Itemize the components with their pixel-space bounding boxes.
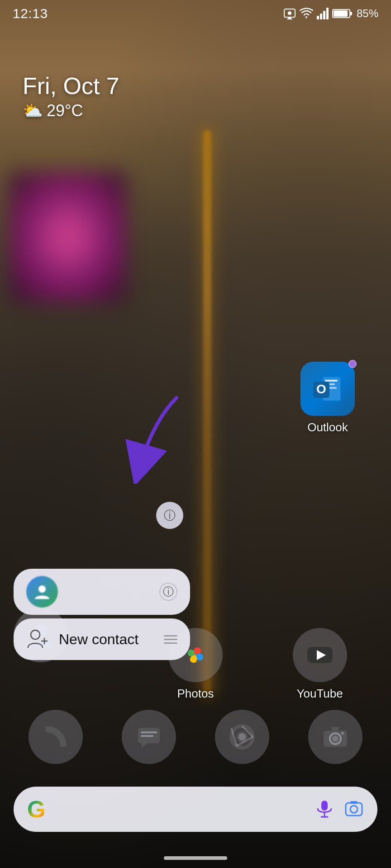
weather-icon: ⛅	[23, 101, 43, 120]
svg-rect-9	[350, 12, 352, 15]
svg-rect-43	[346, 803, 362, 816]
battery-icon	[332, 8, 353, 19]
photos-label: Photos	[177, 687, 214, 701]
lens-icon[interactable]	[344, 799, 364, 819]
search-bar[interactable]: G	[14, 787, 377, 832]
time-display: 12:13	[13, 6, 48, 21]
svg-rect-10	[334, 10, 348, 17]
phone-app[interactable]	[29, 710, 83, 764]
phone-icon	[41, 722, 70, 751]
svg-rect-3	[287, 19, 292, 19]
context-menu: ⓘ New contact	[14, 569, 190, 660]
app-info-popup: ⓘ	[14, 569, 190, 615]
microphone-icon[interactable]	[314, 799, 335, 820]
outlook-app[interactable]: O Outlook	[300, 362, 355, 434]
camera-icon	[321, 722, 350, 751]
blurred-widget	[9, 172, 127, 303]
new-contact-shortcut[interactable]: New contact	[14, 618, 190, 660]
chrome-app[interactable]	[215, 710, 269, 764]
date-display: Fri, Oct 7	[23, 72, 119, 99]
svg-point-44	[350, 806, 358, 813]
home-indicator	[164, 856, 227, 860]
weather-display: ⛅ 29°C	[23, 101, 119, 120]
google-g-logo: G	[27, 796, 45, 823]
drag-handle	[164, 635, 177, 644]
new-contact-label: New contact	[59, 631, 155, 648]
svg-rect-40	[321, 801, 328, 811]
svg-point-21	[31, 630, 40, 639]
info-circle-icon[interactable]: ⓘ	[159, 583, 177, 601]
svg-marker-28	[142, 743, 147, 748]
youtube-app[interactable]: YouTube	[293, 628, 347, 701]
svg-text:O: O	[316, 382, 326, 396]
status-icons: 85%	[283, 7, 378, 20]
signal-icon	[317, 8, 329, 19]
arrow-annotation	[122, 393, 204, 486]
status-bar: 12:13 85%	[0, 0, 391, 27]
svg-point-1	[288, 11, 291, 15]
wifi-icon	[300, 8, 313, 19]
svg-point-38	[332, 736, 339, 742]
app-info-button[interactable]: ⓘ	[156, 502, 183, 529]
svg-rect-27	[141, 735, 153, 737]
chrome-icon	[228, 722, 257, 751]
temperature: 29°C	[47, 101, 83, 120]
svg-rect-26	[141, 731, 157, 733]
svg-rect-6	[323, 11, 325, 19]
screen-record-icon	[283, 7, 296, 20]
dock-row	[0, 710, 391, 764]
add-contact-icon	[26, 627, 50, 651]
contacts-mini-icon	[26, 576, 58, 608]
outlook-icon-svg: O	[310, 371, 346, 407]
svg-marker-36	[331, 727, 340, 731]
outlook-label: Outlook	[307, 420, 348, 434]
svg-rect-2	[288, 17, 291, 19]
camera-app[interactable]	[308, 710, 362, 764]
date-weather-widget: Fri, Oct 7 ⛅ 29°C	[23, 72, 119, 120]
youtube-icon-svg	[305, 640, 335, 670]
svg-point-39	[341, 732, 344, 735]
notification-dot	[348, 360, 357, 368]
purple-arrow	[122, 393, 204, 484]
svg-rect-45	[350, 801, 358, 804]
youtube-label: YouTube	[297, 687, 343, 701]
svg-rect-4	[317, 16, 319, 19]
svg-point-20	[38, 585, 46, 593]
info-symbol: ⓘ	[164, 508, 176, 524]
svg-point-31	[238, 733, 246, 741]
info-i: ⓘ	[163, 585, 174, 599]
battery-percent: 85%	[357, 7, 378, 20]
svg-rect-7	[326, 8, 329, 19]
messages-app[interactable]	[122, 710, 176, 764]
svg-rect-13	[325, 380, 338, 382]
messages-icon	[134, 722, 163, 751]
svg-rect-5	[320, 14, 322, 19]
contacts-icon-inner	[33, 583, 51, 601]
